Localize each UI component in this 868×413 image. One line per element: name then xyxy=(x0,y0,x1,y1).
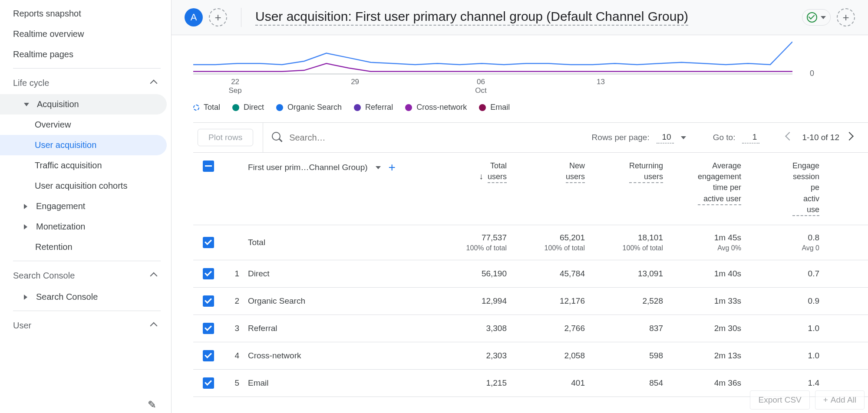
plot-rows-button[interactable]: Plot rows xyxy=(198,129,253,146)
table-row: 1Direct56,19045,78413,0911m 40s0.7 xyxy=(193,260,868,288)
legend-swatch xyxy=(405,104,412,111)
metric-cell: 401 xyxy=(519,378,597,388)
legend-item[interactable]: Cross-network xyxy=(405,103,467,112)
total-cell: 65,201100% of total xyxy=(519,233,597,252)
legend-label: Total xyxy=(204,103,220,112)
metric-cell: 2,528 xyxy=(597,296,675,306)
next-page-button[interactable] xyxy=(846,133,855,142)
row-dimension[interactable]: Cross-network xyxy=(245,351,441,361)
metric-cell: 2m 13s xyxy=(675,351,753,361)
nav-traffic-acquisition[interactable]: Traffic acquisition xyxy=(0,155,167,176)
row-dimension[interactable]: Email xyxy=(245,378,441,388)
row-dimension[interactable]: Direct xyxy=(245,269,441,279)
go-to-label: Go to: xyxy=(713,133,736,142)
nav-retention[interactable]: Retention xyxy=(0,237,167,257)
search-icon xyxy=(272,132,283,143)
metric-cell: 598 xyxy=(597,351,675,361)
nav-monetization[interactable]: Monetization xyxy=(0,216,167,237)
nav-realtime-pages[interactable]: Realtime pages xyxy=(0,44,167,65)
column-header[interactable]: ↓Totalusers xyxy=(441,161,519,216)
metric-cell: 12,994 xyxy=(441,296,519,306)
rows-per-page-value[interactable]: 10 xyxy=(657,131,674,144)
metric-cell: 837 xyxy=(597,324,675,333)
add-comparison-button[interactable]: + xyxy=(209,8,227,26)
search-input[interactable] xyxy=(289,133,393,143)
avatar[interactable]: A xyxy=(185,8,203,26)
x-tick: 13 xyxy=(597,78,605,86)
nav-overview[interactable]: Overview xyxy=(0,115,167,135)
row-checkbox[interactable] xyxy=(203,323,214,334)
row-checkbox[interactable] xyxy=(203,237,214,248)
legend-item[interactable]: Email xyxy=(479,103,510,112)
table-row: 3Referral3,3082,7668372m 30s1.0 xyxy=(193,315,868,342)
legend-swatch xyxy=(193,105,199,111)
section-search-console[interactable]: Search Console xyxy=(0,265,171,287)
total-cell: 77,537100% of total xyxy=(441,233,519,252)
section-label: Search Console xyxy=(13,271,75,281)
column-header[interactable]: Newusers xyxy=(519,161,597,216)
dimension-dropdown[interactable]: First user prim…Channel Group) xyxy=(248,163,368,172)
row-checkbox[interactable] xyxy=(203,377,214,389)
legend-item[interactable]: Total xyxy=(193,103,220,112)
metric-cell: 0.7 xyxy=(753,269,832,279)
section-life-cycle[interactable]: Life cycle xyxy=(0,72,171,94)
caret-right-icon xyxy=(24,224,27,229)
metric-cell: 0.9 xyxy=(753,296,832,306)
column-header[interactable]: Averageengagementtime peractive user xyxy=(675,161,753,216)
legend-label: Direct xyxy=(244,103,264,112)
nav-label: Search Console xyxy=(36,292,98,302)
metric-cell: 1m 33s xyxy=(675,296,753,306)
row-dimension[interactable]: Referral xyxy=(245,324,441,333)
metric-cell: 1,215 xyxy=(441,378,519,388)
section-user[interactable]: User xyxy=(0,315,171,337)
export-csv-button[interactable]: Export CSV xyxy=(750,390,809,410)
nav-acquisition[interactable]: Acquisition xyxy=(0,94,167,115)
caret-down-icon[interactable] xyxy=(376,166,381,169)
legend-swatch xyxy=(232,104,239,111)
metric-cell: 1m 40s xyxy=(675,269,753,279)
status-dropdown[interactable] xyxy=(802,9,831,26)
legend-swatch xyxy=(479,104,486,111)
row-dimension[interactable]: Organic Search xyxy=(245,296,441,306)
page-title[interactable]: User acquisition: First user primary cha… xyxy=(255,9,688,26)
row-index: 1 xyxy=(224,269,245,279)
legend-item[interactable]: Direct xyxy=(232,103,264,112)
check-icon xyxy=(807,12,817,23)
go-to-value[interactable]: 1 xyxy=(742,131,759,144)
caret-down-icon[interactable] xyxy=(681,136,686,139)
select-all-checkbox[interactable] xyxy=(203,161,214,172)
divider xyxy=(241,8,241,27)
row-checkbox[interactable] xyxy=(203,268,214,279)
divider xyxy=(13,261,161,261)
column-header[interactable]: Returningusers xyxy=(597,161,675,216)
nav-user-acquisition[interactable]: User acquisition xyxy=(0,135,167,155)
nav-engagement[interactable]: Engagement xyxy=(0,196,167,216)
row-checkbox[interactable] xyxy=(203,350,214,361)
metric-cell: 1.0 xyxy=(753,351,832,361)
legend-label: Cross-network xyxy=(416,103,467,112)
sort-arrow-icon: ↓ xyxy=(479,171,483,181)
prev-page-button[interactable] xyxy=(786,133,795,142)
add-dimension-button[interactable]: + xyxy=(389,161,396,174)
caret-right-icon xyxy=(24,204,27,209)
nav-realtime-overview[interactable]: Realtime overview xyxy=(0,24,167,44)
legend-item[interactable]: Organic Search xyxy=(276,103,342,112)
nav-user-acquisition-cohorts[interactable]: User acquisition cohorts xyxy=(0,176,167,196)
pencil-icon[interactable]: ✎ xyxy=(148,399,156,411)
add-button[interactable]: + xyxy=(837,8,855,26)
nav-search-console[interactable]: Search Console xyxy=(0,287,167,307)
legend-item[interactable]: Referral xyxy=(354,103,393,112)
nav-label: Retention xyxy=(35,242,73,252)
bottom-actions: Export CSV +Add All xyxy=(746,387,868,413)
row-checkbox[interactable] xyxy=(203,295,214,307)
metric-cell: 56,190 xyxy=(441,269,519,279)
legend-swatch xyxy=(354,104,361,111)
column-header[interactable]: Engagesessionpeactivuse xyxy=(753,161,832,216)
add-all-button[interactable]: +Add All xyxy=(815,390,865,410)
nav-label: Monetization xyxy=(36,222,85,232)
table-row: 2Organic Search12,99412,1762,5281m 33s0.… xyxy=(193,288,868,315)
table-toolbar: Plot rows Rows per page: 10 Go to: 1 1-1… xyxy=(193,122,868,153)
metric-cell: 2,766 xyxy=(519,324,597,333)
nav-reports-snapshot[interactable]: Reports snapshot xyxy=(0,3,167,24)
row-index: 5 xyxy=(224,378,245,388)
